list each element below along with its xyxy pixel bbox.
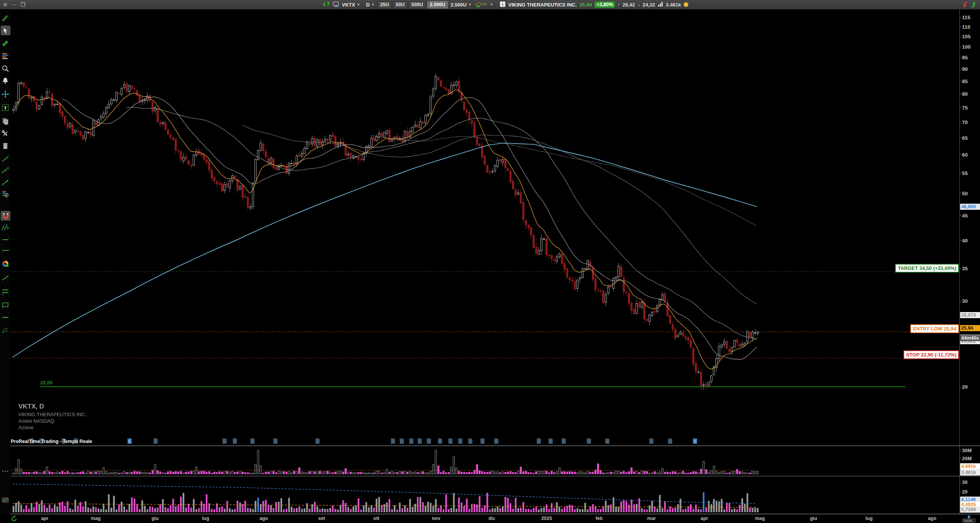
updown-arrows-icon[interactable]	[962, 1, 978, 8]
volume-bars-icon	[658, 2, 663, 8]
unit-button-500U[interactable]: 500U	[409, 1, 426, 8]
draw-pencil[interactable]	[1, 13, 10, 22]
rectangle-tool[interactable]: +	[1, 300, 10, 309]
news-event-icon[interactable]	[222, 438, 227, 444]
pattern-peaks-tool[interactable]: +++	[1, 223, 10, 232]
news-event-icon[interactable]	[390, 438, 395, 444]
more-dots[interactable]	[1, 467, 10, 476]
news-event-icon[interactable]	[494, 438, 499, 444]
news-event-icon[interactable]	[586, 438, 591, 444]
change-badge: +3,80%	[595, 2, 615, 8]
support-level-label[interactable]: 20,00	[40, 380, 53, 386]
units-dropdown[interactable]: 2.500U▼	[451, 2, 472, 8]
price-chart-canvas[interactable]	[10, 9, 959, 446]
time-axis-label: mar	[647, 516, 656, 521]
hline2-tool[interactable]	[1, 313, 10, 322]
keyboard-shortcuts-icon[interactable]	[960, 515, 978, 523]
news-event-icon[interactable]	[232, 438, 237, 444]
copy-tool[interactable]	[1, 116, 10, 125]
settings-tools[interactable]	[1, 129, 10, 138]
screen-share-icon[interactable]	[332, 1, 339, 8]
news-event-icon[interactable]	[315, 438, 320, 444]
close-window-icon[interactable]: ✕	[3, 0, 8, 9]
panel-separator[interactable]	[10, 476, 980, 476]
refresh-icon[interactable]	[11, 515, 18, 523]
zigzag-if-tool[interactable]: IF	[1, 190, 10, 198]
minimize-window-icon[interactable]: ─	[12, 0, 16, 9]
stop-level-label[interactable]: STOP 22,90 (-11,72%)	[903, 350, 959, 359]
price-tick: 75	[962, 105, 968, 110]
news-event-icon[interactable]	[250, 438, 255, 444]
news-event-icon[interactable]	[536, 438, 541, 444]
axis-value-box: 46,900	[960, 204, 980, 210]
news-event-icon[interactable]	[153, 438, 158, 444]
text-tool[interactable]: T	[1, 103, 10, 112]
chevron-down-icon[interactable]: ▼	[490, 3, 493, 7]
news-event-icon[interactable]	[605, 438, 610, 444]
price-tick: 100	[962, 44, 971, 50]
unit-button-25U[interactable]: 25U	[377, 1, 392, 8]
news-event-icon[interactable]	[417, 438, 422, 444]
news-event-icon[interactable]	[480, 438, 485, 444]
news-event-icon[interactable]	[399, 438, 404, 444]
color-wheel[interactable]	[1, 259, 10, 268]
parallel-lines-tool[interactable]: +	[1, 287, 10, 296]
ray-tool[interactable]	[1, 246, 10, 255]
indicators-list[interactable]	[1, 51, 10, 60]
hline-tool[interactable]: ⋯	[1, 235, 10, 244]
chart-style-icon[interactable]	[474, 1, 487, 9]
time-axis-label: feb	[596, 516, 603, 521]
time-axis-label: apr	[701, 516, 708, 521]
panel-separator[interactable]	[10, 446, 980, 446]
news-event-icon[interactable]	[448, 438, 453, 444]
price-tick: 85	[962, 78, 968, 84]
trendline-tool[interactable]	[1, 154, 10, 163]
news-event-icon[interactable]	[409, 438, 414, 444]
mini-chart-icon[interactable]	[1, 495, 10, 504]
zoom-tool[interactable]	[1, 64, 10, 73]
news-event-icon[interactable]	[468, 438, 473, 444]
price-tick: 30	[962, 298, 968, 304]
panel-axis-label: 20M	[962, 455, 972, 461]
time-axis[interactable]: aprmaggiulugagosetottnovdic2025febmarapr…	[0, 514, 980, 523]
svg-text:+: +	[6, 224, 8, 226]
entry-level-label[interactable]: ENTRY LOW 25,94	[910, 324, 959, 333]
target-level-label[interactable]: TARGET 34,50 (+33,00%)	[895, 264, 959, 273]
news-event-icon[interactable]	[649, 438, 654, 444]
cursor-tool[interactable]	[1, 26, 10, 35]
unit-button-50U[interactable]: 50U	[393, 1, 407, 8]
news-event-icon[interactable]	[458, 438, 463, 444]
news-event-icon[interactable]	[438, 438, 443, 444]
oblique-line-tool[interactable]	[1, 273, 10, 282]
timeframe-dropdown[interactable]: D▼	[366, 2, 375, 8]
ruler-tool[interactable]	[1, 39, 10, 47]
move-tool[interactable]	[1, 90, 10, 98]
news-event-icon[interactable]	[668, 438, 673, 444]
delete-trash[interactable]	[1, 141, 10, 150]
svg-text:+: +	[2, 229, 4, 232]
news-event-icon[interactable]	[693, 438, 697, 444]
news-event-icon[interactable]	[426, 438, 431, 444]
svg-text:+: +	[2, 293, 4, 295]
price-tick: 40	[962, 237, 968, 243]
news-event-icon[interactable]	[127, 438, 132, 444]
session-volume: 3.461k	[666, 2, 681, 8]
arc-tool[interactable]: +	[1, 325, 10, 334]
info-icon[interactable]: i	[500, 1, 506, 8]
magnet-tool[interactable]	[1, 211, 10, 221]
arrow-line-tool[interactable]	[1, 178, 10, 186]
arrow-down-icon: ↓	[638, 2, 640, 7]
alerts-bell[interactable]	[1, 76, 10, 85]
unit-button-2.500U[interactable]: 2.500U	[427, 1, 448, 8]
last-price: 25,94	[580, 2, 592, 8]
restore-window-icon[interactable]: ❐	[21, 0, 26, 9]
symbol-dropdown[interactable]: VKTX▼	[342, 2, 360, 8]
price-tick: 50	[962, 190, 968, 196]
polyline-tool[interactable]	[1, 166, 10, 175]
indicator-panels-canvas[interactable]	[10, 446, 959, 514]
news-event-icon[interactable]	[273, 438, 278, 444]
news-event-icon[interactable]	[548, 438, 553, 444]
price-tick: 55	[962, 170, 968, 176]
news-event-icon[interactable]	[561, 438, 566, 444]
svg-text:+: +	[2, 331, 4, 334]
